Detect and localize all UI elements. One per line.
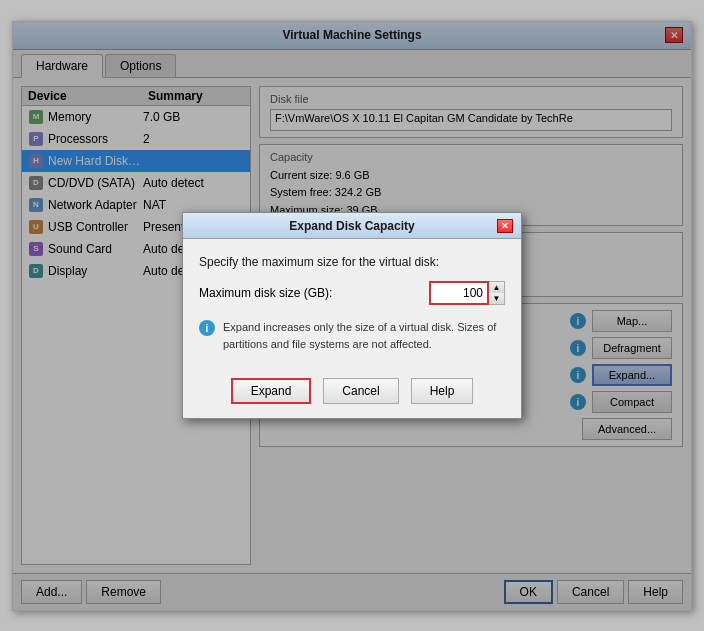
disk-size-label: Maximum disk size (GB):: [199, 286, 423, 300]
disk-size-input[interactable]: [429, 281, 489, 305]
dialog-info-text: Expand increases only the size of a virt…: [223, 319, 505, 352]
dialog-prompt: Specify the maximum size for the virtual…: [199, 255, 505, 269]
dialog-cancel-button[interactable]: Cancel: [323, 378, 398, 404]
dialog-expand-button[interactable]: Expand: [231, 378, 312, 404]
spinner-buttons: ▲ ▼: [489, 281, 505, 305]
dialog-body: Specify the maximum size for the virtual…: [183, 239, 521, 378]
dialog-title: Expand Disk Capacity: [207, 219, 497, 233]
dialog-info-icon: i: [199, 320, 215, 336]
spinner-down-button[interactable]: ▼: [489, 293, 504, 304]
spinner-up-button[interactable]: ▲: [489, 282, 504, 293]
dialog-title-bar: Expand Disk Capacity ✕: [183, 213, 521, 239]
dialog-close-button[interactable]: ✕: [497, 219, 513, 233]
dialog-footer: Expand Cancel Help: [183, 378, 521, 418]
dialog-help-button[interactable]: Help: [411, 378, 474, 404]
dialog-info-row: i Expand increases only the size of a vi…: [199, 319, 505, 352]
disk-size-row: Maximum disk size (GB): ▲ ▼: [199, 279, 505, 307]
dialog-overlay: Expand Disk Capacity ✕ Specify the maxim…: [13, 22, 691, 610]
expand-disk-dialog: Expand Disk Capacity ✕ Specify the maxim…: [182, 212, 522, 419]
disk-size-input-wrapper: ▲ ▼: [429, 281, 505, 305]
main-window: Virtual Machine Settings ✕ Hardware Opti…: [12, 21, 692, 611]
